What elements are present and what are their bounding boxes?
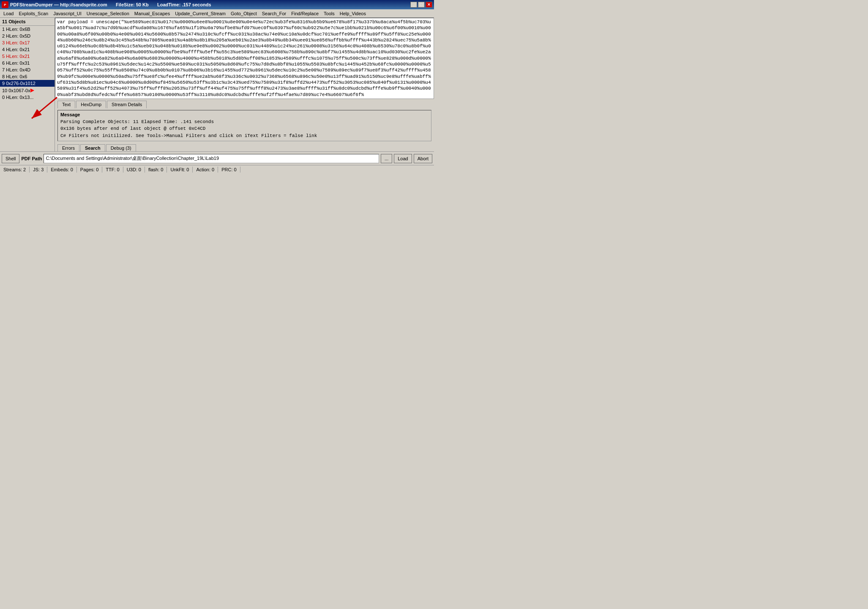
status-js: JS: 3 — [30, 167, 47, 173]
menu-help-videos[interactable]: Help_Videos — [337, 11, 368, 16]
object-item-3[interactable]: 3 HLen: 0x17 — [0, 39, 55, 46]
object-item-7[interactable]: 7 HLen: 0x4D — [0, 66, 55, 73]
tab-stream-details[interactable]: Stream Details — [107, 101, 147, 108]
menu-load[interactable]: Load — [1, 11, 16, 16]
app-title: PDFStreamDumper — http://sandsprite.com — [10, 2, 107, 7]
status-unkflt: UnkFlt: 0 — [167, 167, 193, 173]
message-line-2: 0x136 bytes after end of last object @ o… — [60, 125, 429, 132]
object-item-8[interactable]: 8 HLen: 0x6 — [0, 73, 55, 80]
object-list: 11 Objects 1 HLen: 0x6B 2 HLen: 0x5D 3 H… — [0, 18, 55, 151]
load-button[interactable]: Load — [394, 154, 412, 163]
tab-errors[interactable]: Errors — [57, 144, 79, 151]
minimize-button[interactable]: _ — [410, 2, 417, 8]
bottom-tabs: Errors Search Debug (3) — [55, 143, 434, 151]
menu-exploits-scan[interactable]: Exploits_Scan — [16, 11, 51, 16]
menu-update-stream[interactable]: Update_Current_Stream — [172, 11, 228, 16]
object-item-9[interactable]: 9 0x276-0x1012 — [0, 80, 55, 87]
tab-hexdump[interactable]: HexDump — [76, 101, 106, 108]
menu-search-for[interactable]: Search_For — [259, 11, 289, 16]
status-embeds: Embeds: 0 — [47, 167, 77, 173]
message-line-1: Parsing Complete Objects: 11 Elapsed Tim… — [60, 118, 429, 126]
status-bar: Streams: 2 JS: 3 Embeds: 0 Pages: 0 TTF:… — [0, 165, 434, 173]
status-u3d: U3D: 0 — [123, 167, 145, 173]
maximize-button[interactable]: □ — [418, 2, 425, 8]
object-item-6[interactable]: 6 HLen: 0x31 — [0, 60, 55, 66]
menu-javascript-ui[interactable]: Javascript_UI — [51, 11, 84, 16]
status-action: Action: 0 — [193, 167, 218, 173]
menu-manual-escapes[interactable]: Manual_Escapes — [132, 11, 172, 16]
app-icon: P — [2, 1, 8, 8]
close-button[interactable]: ✕ — [426, 2, 432, 8]
pdf-path-label: PDF Path — [21, 156, 42, 161]
status-pages: Pages: 0 — [77, 167, 102, 173]
file-size: FileSize: 50 Kb — [116, 2, 149, 7]
title-bar: P PDFStreamDumper — http://sandsprite.co… — [0, 0, 434, 9]
status-streams: Streams: 2 — [0, 167, 30, 173]
load-time: LoadTime: .157 seconds — [157, 2, 211, 7]
tab-search[interactable]: Search — [80, 144, 105, 151]
message-header: Message — [60, 112, 429, 117]
pdf-path-input[interactable] — [44, 154, 379, 163]
message-line-3: C# Filters not initilized. See Tools->Ma… — [60, 132, 429, 140]
object-item-10[interactable]: 10 0x1067-0x▶ — [0, 87, 55, 94]
menu-bar: Load Exploits_Scan Javascript_UI Unescap… — [0, 9, 434, 18]
menu-goto-object[interactable]: Goto_Object — [228, 11, 259, 16]
svg-text:P: P — [4, 3, 6, 7]
status-ttf: TTF: 0 — [102, 167, 123, 173]
abort-button[interactable]: Abort — [414, 154, 432, 163]
message-content: Parsing Complete Objects: 11 Elapsed Tim… — [60, 118, 429, 140]
object-item-1[interactable]: 1 HLen: 0x6B — [0, 26, 55, 33]
message-panel: Message Parsing Complete Objects: 11 Ela… — [57, 110, 431, 142]
menu-unescape-selection[interactable]: Unescape_Selection — [84, 11, 132, 16]
stream-content[interactable]: var payload = unescape("%ue589%uec81%u01… — [55, 18, 434, 99]
object-item-5[interactable]: 5 HLen: 0x21 — [0, 53, 55, 60]
main-content: 11 Objects 1 HLen: 0x6B 2 HLen: 0x5D 3 H… — [0, 18, 434, 151]
tab-text[interactable]: Text — [57, 101, 75, 108]
browse-button[interactable]: ... — [381, 154, 392, 163]
object-item-4[interactable]: 4 HLen: 0x21 — [0, 46, 55, 53]
status-flash: flash: 0 — [145, 167, 167, 173]
status-prc: PRC: 0 — [218, 167, 240, 173]
object-list-header: 11 Objects — [0, 18, 55, 26]
bottom-toolbar: Shell PDF Path ... Load Abort — [0, 151, 434, 165]
title-left: P PDFStreamDumper — http://sandsprite.co… — [2, 1, 211, 8]
menu-tools[interactable]: Tools — [321, 11, 337, 16]
shell-button[interactable]: Shell — [2, 154, 19, 163]
tab-debug[interactable]: Debug (3) — [106, 144, 136, 151]
view-tabs: Text HexDump Stream Details — [55, 99, 434, 108]
object-item-0[interactable]: 0 HLen: 0x13... — [0, 94, 55, 101]
title-controls: _ □ ✕ — [410, 2, 432, 8]
menu-find-replace[interactable]: Find/Replace — [289, 11, 321, 16]
object-item-2[interactable]: 2 HLen: 0x5D — [0, 33, 55, 39]
content-area: var payload = unescape("%ue589%uec81%u01… — [55, 18, 434, 151]
